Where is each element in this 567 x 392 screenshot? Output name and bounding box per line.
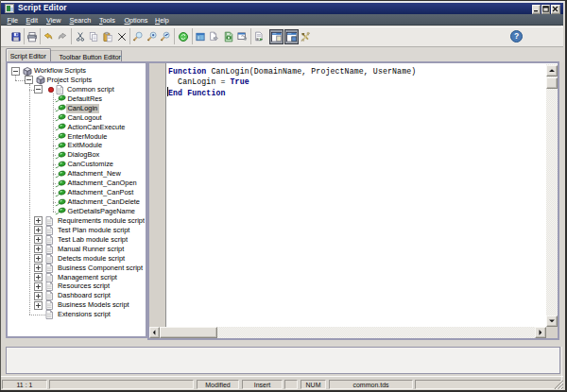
svg-text:?: ?: [514, 31, 519, 41]
